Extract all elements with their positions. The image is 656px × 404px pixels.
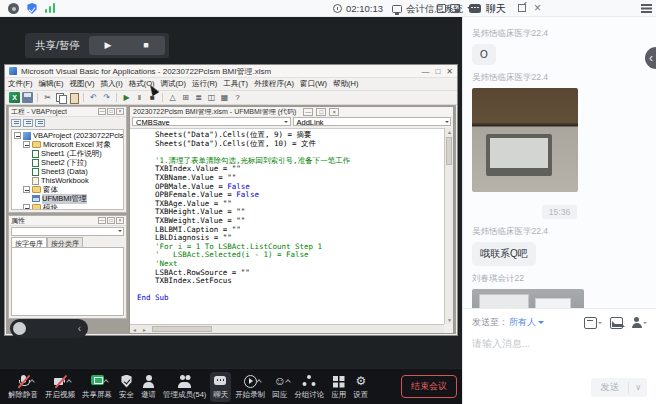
chevron-up-icon[interactable] <box>29 379 35 385</box>
procedure-combo[interactable]: AddLink <box>293 117 452 126</box>
chat-image-message[interactable] <box>472 88 578 192</box>
menu-item[interactable]: 外接程序(A) <box>251 79 297 89</box>
tree-item[interactable]: Sheet3 (Data) <box>12 167 123 176</box>
maximize-icon[interactable]: □ <box>107 108 115 115</box>
menu-item[interactable]: 帮助(H) <box>330 79 361 89</box>
maximize-icon[interactable]: □ <box>107 217 115 224</box>
mention-button[interactable] <box>631 317 647 329</box>
toolbar-item-settings[interactable]: ⚙设置 <box>350 372 371 402</box>
vba-title-bar[interactable]: Microsoft Visual Basic for Applications … <box>5 65 457 78</box>
collapse-left-icon[interactable]: ‹ <box>78 323 81 334</box>
chevron-up-icon[interactable] <box>66 379 72 385</box>
tab-categorized[interactable]: 按分类序 <box>47 237 83 247</box>
properties-window-icon[interactable]: ≣ <box>193 92 204 103</box>
vertical-scrollbar[interactable]: ▲▼ <box>444 128 453 324</box>
restore-icon[interactable]: □ <box>316 108 326 116</box>
properties-list[interactable] <box>11 247 124 316</box>
play-button[interactable]: ▶ <box>89 36 127 55</box>
toolbar-item-reaction[interactable]: ☺回应 <box>269 372 290 402</box>
send-options-icon[interactable]: ∨ <box>629 380 647 395</box>
save-icon[interactable] <box>22 92 33 103</box>
toolbar-item-shield[interactable]: 安全 <box>116 372 137 402</box>
menu-item[interactable]: 文件(F) <box>5 79 36 89</box>
tree-expander-icon[interactable] <box>23 186 30 193</box>
undo-icon[interactable]: ↶ <box>88 92 99 103</box>
code-editor[interactable]: Sheets("Data").Cells(位置, 9) = 摘要 Sheets(… <box>130 128 444 324</box>
send-button[interactable]: 发送 ∨ <box>591 378 647 397</box>
chat-message-bubble[interactable]: 哦联系Q吧 <box>472 242 536 266</box>
menu-item[interactable]: 运行(R) <box>189 79 220 89</box>
close-chat-icon[interactable]: × <box>534 0 541 17</box>
shield-check-icon[interactable] <box>27 3 37 14</box>
end-meeting-button[interactable]: 结束会议 <box>401 375 457 398</box>
view-code-icon[interactable] <box>11 119 21 127</box>
toolbar-item-screen-share[interactable]: 共享屏幕 <box>79 372 115 402</box>
toggle-folders-icon[interactable] <box>35 119 45 127</box>
chevron-up-icon[interactable] <box>103 379 109 385</box>
close-icon[interactable]: ✕ <box>446 65 453 78</box>
menu-icon[interactable] <box>641 4 652 6</box>
help-icon[interactable]: ? <box>232 92 243 103</box>
popout-icon[interactable] <box>518 4 526 12</box>
pip-view-icon[interactable] <box>450 4 460 13</box>
run-icon[interactable]: ▶ <box>121 92 132 103</box>
tree-item[interactable]: Sheet2 (下拉) <box>12 158 123 167</box>
toolbar-item-apps[interactable]: 应用 <box>328 372 349 402</box>
minimize-icon[interactable]: — <box>98 108 106 115</box>
tree-expander-icon[interactable] <box>14 132 21 139</box>
minimize-icon[interactable]: — <box>303 108 313 116</box>
floating-meeting-widget[interactable]: ‹ <box>10 319 88 338</box>
object-browser-icon[interactable]: ◫ <box>206 92 217 103</box>
cut-icon[interactable]: ✂ <box>42 92 53 103</box>
tree-item[interactable]: UFMBMI管理 <box>12 194 123 203</box>
toolbar-item-mic-off[interactable]: 解除静音 <box>5 372 41 402</box>
menu-item[interactable]: 窗口(W) <box>297 79 330 89</box>
horizontal-scrollbar[interactable]: ◄► <box>130 324 444 333</box>
minimize-icon[interactable]: — <box>98 217 106 224</box>
close-icon[interactable]: × <box>116 217 124 224</box>
tree-expander-icon[interactable] <box>23 204 30 210</box>
code-window-title-bar[interactable]: 20230722Pclsm BMI管理.xlsm - UFMBMI管理 (代码)… <box>130 107 453 116</box>
stop-button[interactable]: ■ <box>127 36 165 55</box>
paste-icon[interactable] <box>68 92 79 103</box>
chevron-up-icon[interactable] <box>256 379 262 385</box>
file-button[interactable] <box>584 317 602 329</box>
toolbox-icon[interactable]: ▦ <box>219 92 230 103</box>
maximize-icon[interactable]: □ <box>435 65 440 78</box>
view-object-icon[interactable] <box>23 119 33 127</box>
tab-alphabetic[interactable]: 按字母序 <box>11 237 47 247</box>
network-signal-icon[interactable] <box>45 3 57 14</box>
fullscreen-icon[interactable] <box>437 4 446 13</box>
tree-expander-icon[interactable] <box>23 141 30 148</box>
menu-item[interactable]: 调试(D) <box>158 79 189 89</box>
close-icon[interactable]: × <box>116 108 124 115</box>
tree-item[interactable]: 模块 <box>12 203 123 210</box>
redo-icon[interactable]: ↷ <box>101 92 112 103</box>
tree-item[interactable]: ThisWorkbook <box>12 176 123 185</box>
object-combo[interactable]: CMBSave <box>132 117 291 126</box>
toolbar-item-members[interactable]: 管理成员(54) <box>160 372 209 402</box>
toolbar-item-invite[interactable]: 邀请 <box>138 372 159 402</box>
excel-icon[interactable]: X <box>9 92 20 103</box>
menu-item[interactable]: 视图(V) <box>67 79 98 89</box>
toolbar-item-breakout[interactable]: 分组讨论 <box>291 372 327 402</box>
chat-image-message[interactable] <box>472 289 584 308</box>
toolbar-item-record[interactable]: 开始录制 <box>232 372 268 402</box>
status-icon[interactable] <box>8 3 19 14</box>
design-mode-icon[interactable]: △ <box>167 92 178 103</box>
chevron-up-icon[interactable] <box>286 379 292 385</box>
toolbar-item-camera-off[interactable]: 开启视频 <box>42 372 78 402</box>
share-source-selector[interactable]: 会计信息系统 <box>392 0 473 17</box>
menu-item[interactable]: 编辑(E) <box>36 79 67 89</box>
chat-message-bubble[interactable]: O <box>472 44 496 65</box>
copy-icon[interactable] <box>55 92 66 103</box>
menu-item[interactable]: 工具(T) <box>220 79 251 89</box>
menu-item[interactable]: 插入(I) <box>98 79 126 89</box>
image-icon[interactable] <box>610 317 623 329</box>
properties-object-combo[interactable] <box>11 227 124 236</box>
close-icon[interactable]: × <box>329 108 339 116</box>
minimize-icon[interactable]: — <box>421 65 429 78</box>
chat-message-input[interactable] <box>472 337 612 379</box>
project-explorer-icon[interactable]: ⊞ <box>180 92 191 103</box>
toolbar-item-chat-bubble[interactable]: 聊天 <box>210 372 231 402</box>
